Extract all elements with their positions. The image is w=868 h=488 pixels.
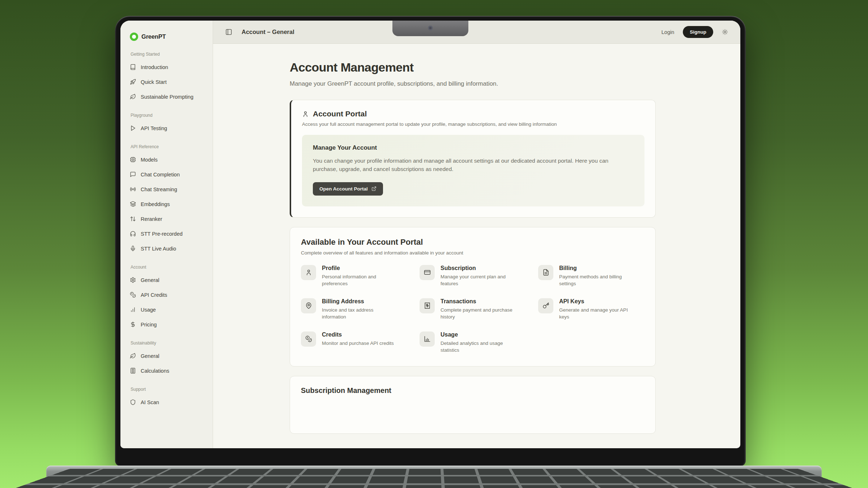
feature-transactions: Transactions Complete payment and purcha… bbox=[420, 298, 526, 321]
sidebar-item-stt-live-audio[interactable]: STT Live Audio bbox=[130, 241, 206, 256]
map-pin-icon bbox=[301, 298, 316, 313]
sidebar-item-usage[interactable]: Usage bbox=[130, 302, 206, 317]
signup-button[interactable]: Signup bbox=[683, 26, 713, 38]
topbar-title: Account – General bbox=[242, 29, 294, 35]
sidebar-item-models[interactable]: Models bbox=[130, 152, 206, 167]
brand-logo-icon bbox=[130, 33, 138, 41]
sidebar-section-api-reference: API Reference Models Chat Completion Cha… bbox=[130, 144, 206, 256]
sidebar-item-pricing[interactable]: Pricing bbox=[130, 317, 206, 332]
topbar: Account – General Login Signup bbox=[213, 21, 740, 44]
external-link-icon bbox=[371, 186, 376, 191]
credit-card-icon bbox=[420, 265, 435, 280]
feature-usage: Usage Detailed analytics and usage stati… bbox=[420, 331, 526, 354]
layers-icon bbox=[130, 201, 136, 207]
keyboard bbox=[0, 469, 868, 488]
feature-description: Payment methods and billing settings bbox=[559, 273, 631, 287]
sidebar-item-account-general[interactable]: General bbox=[130, 273, 206, 287]
feature-api-keys: API Keys Generate and manage your API ke… bbox=[538, 298, 644, 321]
sidebar: GreenPT Getting Started Introduction Qui… bbox=[120, 21, 213, 448]
login-link[interactable]: Login bbox=[661, 29, 674, 35]
sun-icon[interactable] bbox=[722, 29, 728, 35]
sidebar-item-label: Embeddings bbox=[141, 201, 170, 207]
section-label: API Reference bbox=[131, 144, 206, 149]
subscription-management-title: Subscription Management bbox=[301, 386, 644, 395]
arrows-up-down-icon bbox=[130, 216, 136, 222]
page-title: Account Management bbox=[290, 60, 656, 74]
page-subtitle: Manage your GreenPT account profile, sub… bbox=[290, 80, 656, 87]
sidebar-item-sustainability-general[interactable]: General bbox=[130, 348, 206, 363]
book-icon bbox=[130, 64, 136, 70]
sidebar-item-api-credits[interactable]: API Credits bbox=[130, 287, 206, 302]
sidebar-item-chat-completion[interactable]: Chat Completion bbox=[130, 167, 206, 182]
dollar-icon bbox=[130, 321, 136, 328]
feature-subscription: Subscription Manage your current plan an… bbox=[420, 265, 526, 287]
message-square-icon bbox=[130, 171, 136, 177]
sidebar-item-label: General bbox=[141, 277, 159, 283]
sidebar-item-calculations[interactable]: Calculations bbox=[130, 363, 206, 378]
brand-logo[interactable]: GreenPT bbox=[130, 30, 206, 43]
feature-description: Manage your current plan and features bbox=[441, 273, 513, 287]
mic-icon bbox=[130, 245, 136, 252]
calculator-icon bbox=[130, 368, 136, 374]
features-card: Available in Your Account Portal Complet… bbox=[290, 227, 656, 367]
leaf-icon bbox=[130, 353, 136, 359]
file-text-icon bbox=[538, 265, 553, 280]
sidebar-item-embeddings[interactable]: Embeddings bbox=[130, 197, 206, 211]
feature-title: Billing bbox=[559, 265, 631, 271]
section-label: Playground bbox=[131, 113, 206, 118]
sidebar-item-reranker[interactable]: Reranker bbox=[130, 211, 206, 226]
section-label: Getting Started bbox=[131, 52, 206, 57]
feature-title: Profile bbox=[322, 265, 394, 271]
subscription-management-card: Subscription Management bbox=[290, 376, 656, 434]
sidebar-item-label: Sustainable Prompting bbox=[141, 94, 193, 100]
feature-description: Invoice and tax address information bbox=[322, 307, 394, 321]
sidebar-item-stt-pre-recorded[interactable]: STT Pre-recorded bbox=[130, 226, 206, 241]
sidebar-item-api-testing[interactable]: API Testing bbox=[130, 121, 206, 136]
open-account-portal-button[interactable]: Open Account Portal bbox=[313, 182, 383, 196]
sidebar-item-label: API Testing bbox=[141, 125, 167, 131]
sidebar-item-quick-start[interactable]: Quick Start bbox=[130, 74, 206, 89]
sidebar-item-label: STT Live Audio bbox=[141, 246, 176, 252]
account-portal-description: Access your full account management port… bbox=[302, 121, 644, 127]
coins-icon bbox=[130, 292, 136, 298]
sidebar-item-introduction[interactable]: Introduction bbox=[130, 60, 206, 74]
sidebar-section-sustainability: Sustainability General Calculations bbox=[130, 341, 206, 378]
sidebar-item-label: Reranker bbox=[141, 216, 162, 222]
sidebar-item-label: Chat Completion bbox=[141, 172, 180, 177]
feature-title: API Keys bbox=[559, 298, 631, 305]
manage-account-panel: Manage Your Account You can change your … bbox=[302, 135, 644, 206]
sidebar-item-sustainable-prompting[interactable]: Sustainable Prompting bbox=[130, 89, 206, 104]
manage-account-title: Manage Your Account bbox=[313, 144, 634, 151]
cpu-icon bbox=[130, 157, 136, 163]
sidebar-item-label: Calculations bbox=[141, 368, 169, 374]
sidebar-item-label: Models bbox=[141, 157, 158, 163]
feature-billing-address: Billing Address Invoice and tax address … bbox=[301, 298, 407, 321]
key-icon bbox=[538, 298, 553, 313]
section-label: Sustainability bbox=[131, 341, 206, 346]
coins-icon bbox=[301, 331, 316, 347]
camera-notch bbox=[392, 21, 468, 36]
features-grid: Profile Personal information and prefere… bbox=[301, 265, 644, 354]
feature-description: Personal information and preferences bbox=[322, 273, 394, 287]
sidebar-item-chat-streaming[interactable]: Chat Streaming bbox=[130, 182, 206, 197]
bar-chart-icon bbox=[420, 331, 435, 347]
headphones-icon bbox=[130, 231, 136, 237]
features-subtitle: Complete overview of all features and in… bbox=[301, 250, 644, 256]
sidebar-toggle-button[interactable] bbox=[225, 29, 232, 35]
gear-icon bbox=[130, 277, 136, 283]
feature-description: Generate and manage your API keys bbox=[559, 307, 631, 321]
sidebar-section-playground: Playground API Testing bbox=[130, 113, 206, 136]
sidebar-item-label: Usage bbox=[141, 307, 156, 313]
topbar-actions: Login Signup bbox=[661, 26, 728, 38]
section-label: Support bbox=[131, 387, 206, 392]
account-portal-card: Account Portal Access your full account … bbox=[290, 100, 656, 218]
open-account-portal-label: Open Account Portal bbox=[319, 186, 368, 192]
rocket-icon bbox=[130, 79, 136, 85]
feature-title: Billing Address bbox=[322, 298, 394, 305]
sidebar-item-ai-scan[interactable]: AI Scan bbox=[130, 395, 206, 410]
sidebar-item-label: General bbox=[141, 353, 159, 359]
sidebar-item-label: Pricing bbox=[141, 322, 157, 328]
main-area: Account – General Login Signup Account M… bbox=[213, 21, 740, 448]
broadcast-icon bbox=[130, 186, 136, 192]
feature-title: Credits bbox=[322, 331, 394, 338]
